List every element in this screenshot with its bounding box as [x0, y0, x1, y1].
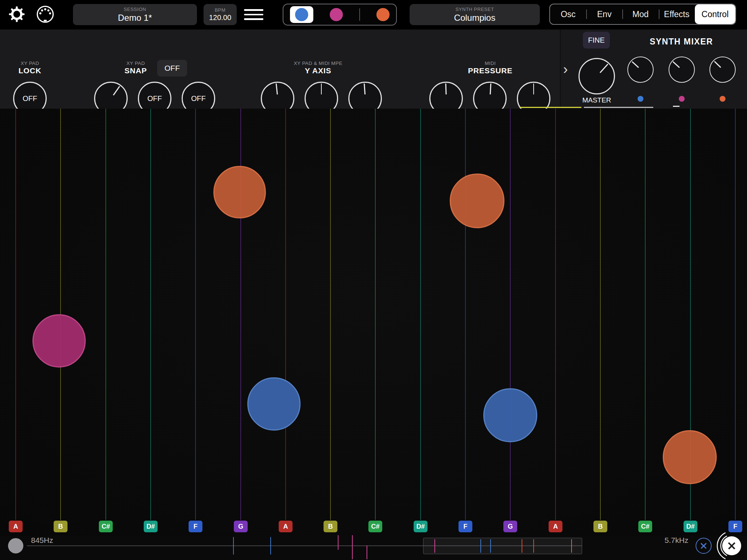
- voice-magenta-dot[interactable]: [330, 8, 343, 21]
- zoom-tick: [533, 539, 534, 553]
- knob-pointer: [489, 83, 491, 94]
- master-label: MASTER: [575, 96, 619, 104]
- pitch-line: [15, 109, 16, 520]
- pitch-line: [555, 109, 556, 520]
- close-overlay-button[interactable]: [722, 536, 741, 555]
- preset-value: Columpios: [454, 13, 495, 23]
- pitch-line: [600, 109, 601, 520]
- top-bar: SESSION Demo 1* BPM 120.00 SYNTH PRESET …: [0, 0, 747, 30]
- touch-point-orange[interactable]: [663, 430, 717, 484]
- section-eyebrow: MIDI: [468, 61, 512, 66]
- pitch-line: [375, 109, 376, 520]
- pitch-line: [465, 109, 466, 520]
- mixer-channel-knob[interactable]: [669, 57, 695, 83]
- section-title: PRESSURE: [468, 66, 512, 75]
- section-eyebrow: XY PAD & MIDI MPE: [294, 61, 342, 66]
- note-label-A: A: [9, 521, 23, 532]
- voice-divider: [359, 8, 360, 21]
- voice-blue-dot[interactable]: [295, 8, 308, 21]
- touch-point-blue[interactable]: [483, 388, 537, 442]
- knob-pointer: [600, 64, 608, 73]
- note-label-Dsharp: D#: [414, 521, 427, 532]
- zoom-tick: [490, 539, 491, 553]
- knob-pointer: [632, 61, 639, 68]
- mixer-channel-color-dot: [679, 96, 685, 102]
- tab-effects[interactable]: Effects: [659, 4, 695, 24]
- section-title: LOCK: [19, 66, 42, 75]
- preset-label: SYNTH PRESET: [456, 7, 494, 12]
- selected-voice-box[interactable]: [290, 6, 313, 23]
- pitch-line: [150, 109, 151, 520]
- synth-preset-box[interactable]: SYNTH PRESET Columpios: [410, 4, 540, 25]
- pitch-line: [105, 109, 106, 520]
- cancel-zoom-button[interactable]: [696, 538, 712, 554]
- settings-gear-icon[interactable]: [8, 6, 25, 23]
- section-title: Y AXIS: [294, 66, 342, 75]
- note-label-Csharp: C#: [368, 521, 382, 532]
- note-label-B: B: [54, 521, 67, 532]
- marker-tick: [367, 545, 368, 559]
- knob-pointer: [714, 61, 721, 68]
- note-label-A: A: [279, 521, 293, 532]
- panel-underline: [519, 107, 581, 108]
- touch-point-magenta[interactable]: [32, 314, 86, 368]
- marker-tick: [338, 535, 339, 550]
- synth-mixer-panel: › FINE SYNTH MIXER MASTER: [560, 30, 747, 109]
- bpm-value: 120.00: [209, 13, 231, 22]
- touch-point-orange[interactable]: [213, 166, 266, 218]
- knob-value: OFF: [23, 94, 37, 103]
- mixer-channel-knob[interactable]: [627, 57, 654, 83]
- section-title: SNAP: [124, 66, 147, 75]
- xy-pad-surface[interactable]: [0, 109, 747, 536]
- voice-selector[interactable]: [283, 4, 397, 26]
- knob-pointer: [445, 83, 446, 94]
- marker-tick: [270, 537, 271, 555]
- touch-point-blue[interactable]: [247, 377, 301, 431]
- knob-pointer: [364, 83, 365, 94]
- touch-point-orange[interactable]: [450, 174, 504, 228]
- note-label-Csharp: C#: [99, 521, 113, 532]
- panel-underline: [673, 106, 680, 107]
- voice-orange-dot[interactable]: [376, 8, 390, 21]
- app-window: SESSION Demo 1* BPM 120.00 SYNTH PRESET …: [0, 0, 747, 560]
- x-icon: [722, 536, 741, 555]
- zoom-tick: [480, 539, 481, 553]
- tab-osc[interactable]: Osc: [550, 4, 586, 24]
- midi-connector-icon[interactable]: [36, 5, 55, 24]
- bottom-left-handle[interactable]: [8, 538, 23, 553]
- master-knob[interactable]: [578, 58, 615, 94]
- mixer-channel-color-dot: [720, 96, 725, 102]
- collapse-chevron-icon[interactable]: ›: [563, 62, 568, 76]
- bpm-label: BPM: [215, 7, 226, 13]
- knob-pointer: [275, 83, 278, 94]
- note-label-A: A: [549, 521, 562, 532]
- knob-value: OFF: [147, 94, 162, 103]
- session-box[interactable]: SESSION Demo 1*: [73, 4, 197, 25]
- menu-icon[interactable]: [244, 9, 263, 20]
- note-label-B: B: [324, 521, 337, 532]
- note-label-Dsharp: D#: [144, 521, 158, 532]
- knob-pointer: [321, 83, 322, 94]
- x-icon: [696, 538, 711, 553]
- tab-control[interactable]: Control: [695, 4, 735, 24]
- freq-low-label: 845Hz: [31, 536, 53, 545]
- pitch-line: [510, 109, 511, 520]
- zoom-region[interactable]: [423, 538, 582, 554]
- fine-button[interactable]: FINE: [583, 32, 610, 48]
- note-label-Dsharp: D#: [684, 521, 697, 532]
- knob-pointer: [673, 61, 680, 68]
- mixer-channel-knob[interactable]: [709, 57, 736, 83]
- marker-tick: [233, 537, 234, 555]
- pitch-line: [645, 109, 646, 520]
- pitch-line: [195, 109, 196, 520]
- bpm-box[interactable]: BPM 120.00: [204, 4, 237, 25]
- knob-value: OFF: [191, 94, 206, 103]
- mixer-channel-color-dot: [638, 96, 643, 102]
- session-value: Demo 1*: [118, 13, 152, 23]
- tab-mod[interactable]: Mod: [622, 4, 658, 24]
- note-label-G: G: [503, 521, 517, 532]
- snap-off-button[interactable]: OFF: [157, 60, 187, 77]
- tab-env[interactable]: Env: [586, 4, 622, 24]
- pitch-line: [420, 109, 421, 520]
- panel-underline: [584, 107, 653, 108]
